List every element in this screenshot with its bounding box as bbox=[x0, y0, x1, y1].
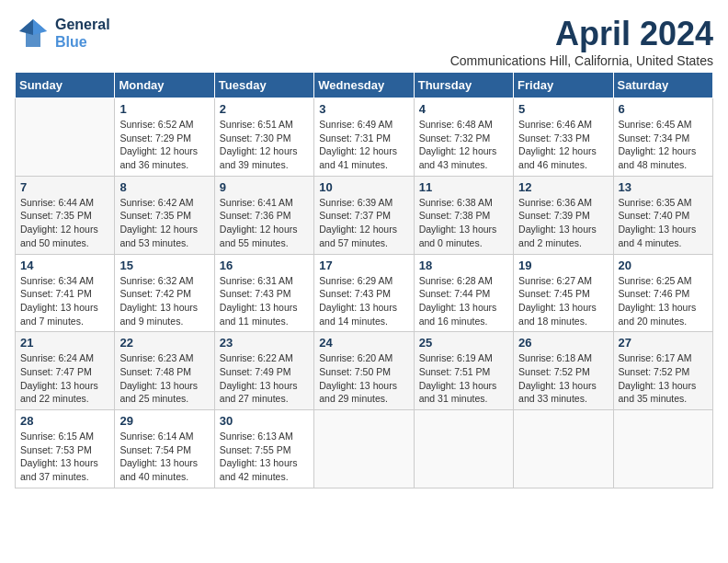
day-number: 28 bbox=[20, 414, 109, 428]
calendar-day-cell: 19Sunrise: 6:27 AMSunset: 7:45 PMDayligh… bbox=[514, 254, 613, 332]
location: Communications Hill, California, United … bbox=[450, 53, 713, 68]
empty-cell bbox=[514, 410, 613, 488]
day-info: Sunrise: 6:20 AMSunset: 7:50 PMDaylight:… bbox=[319, 351, 408, 406]
calendar-day-cell: 2Sunrise: 6:51 AMSunset: 7:30 PMDaylight… bbox=[214, 98, 313, 177]
day-number: 12 bbox=[518, 180, 608, 194]
day-number: 21 bbox=[20, 336, 109, 350]
calendar-day-cell: 15Sunrise: 6:32 AMSunset: 7:42 PMDayligh… bbox=[115, 254, 214, 332]
empty-cell bbox=[613, 410, 712, 488]
day-info: Sunrise: 6:52 AMSunset: 7:29 PMDaylight:… bbox=[119, 118, 209, 172]
calendar-week-row: 14Sunrise: 6:34 AMSunset: 7:41 PMDayligh… bbox=[16, 254, 713, 332]
page-header: General Blue April 2024 Communications H… bbox=[15, 15, 713, 68]
day-number: 26 bbox=[518, 336, 608, 350]
day-number: 1 bbox=[119, 102, 209, 116]
day-number: 7 bbox=[20, 180, 109, 194]
calendar-day-cell: 26Sunrise: 6:18 AMSunset: 7:52 PMDayligh… bbox=[514, 332, 613, 410]
day-info: Sunrise: 6:34 AMSunset: 7:41 PMDaylight:… bbox=[20, 274, 109, 328]
calendar-day-cell: 30Sunrise: 6:13 AMSunset: 7:55 PMDayligh… bbox=[214, 410, 313, 488]
calendar-day-cell: 13Sunrise: 6:35 AMSunset: 7:40 PMDayligh… bbox=[613, 176, 712, 254]
day-number: 25 bbox=[419, 336, 508, 350]
empty-cell bbox=[314, 410, 414, 488]
day-info: Sunrise: 6:36 AMSunset: 7:39 PMDaylight:… bbox=[518, 196, 608, 250]
calendar-week-row: 1Sunrise: 6:52 AMSunset: 7:29 PMDaylight… bbox=[16, 98, 713, 177]
logo: General Blue bbox=[15, 15, 110, 52]
weekday-header-sunday: Sunday bbox=[16, 73, 115, 98]
day-info: Sunrise: 6:42 AMSunset: 7:35 PMDaylight:… bbox=[119, 196, 209, 250]
calendar-day-cell: 18Sunrise: 6:28 AMSunset: 7:44 PMDayligh… bbox=[414, 254, 513, 332]
day-info: Sunrise: 6:46 AMSunset: 7:33 PMDaylight:… bbox=[518, 118, 608, 172]
calendar-day-cell: 6Sunrise: 6:45 AMSunset: 7:34 PMDaylight… bbox=[613, 98, 712, 177]
day-info: Sunrise: 6:45 AMSunset: 7:34 PMDaylight:… bbox=[619, 118, 708, 172]
calendar-day-cell: 3Sunrise: 6:49 AMSunset: 7:31 PMDaylight… bbox=[314, 98, 414, 177]
day-number: 8 bbox=[119, 180, 209, 194]
day-info: Sunrise: 6:23 AMSunset: 7:48 PMDaylight:… bbox=[119, 351, 209, 406]
day-info: Sunrise: 6:32 AMSunset: 7:42 PMDaylight:… bbox=[119, 274, 209, 328]
calendar-week-row: 28Sunrise: 6:15 AMSunset: 7:53 PMDayligh… bbox=[16, 410, 713, 488]
calendar-day-cell: 5Sunrise: 6:46 AMSunset: 7:33 PMDaylight… bbox=[514, 98, 613, 177]
logo-text-line1: General bbox=[55, 16, 110, 33]
calendar-day-cell: 28Sunrise: 6:15 AMSunset: 7:53 PMDayligh… bbox=[16, 410, 115, 488]
day-number: 9 bbox=[220, 180, 309, 194]
day-info: Sunrise: 6:49 AMSunset: 7:31 PMDaylight:… bbox=[319, 118, 408, 172]
title-block: April 2024 Communications Hill, Californ… bbox=[450, 15, 713, 68]
day-number: 24 bbox=[319, 336, 408, 350]
weekday-header-monday: Monday bbox=[115, 73, 214, 98]
svg-marker-1 bbox=[33, 19, 47, 35]
calendar-day-cell: 8Sunrise: 6:42 AMSunset: 7:35 PMDaylight… bbox=[115, 176, 214, 254]
weekday-header-saturday: Saturday bbox=[613, 73, 712, 98]
day-info: Sunrise: 6:13 AMSunset: 7:55 PMDaylight:… bbox=[220, 430, 309, 484]
calendar-day-cell: 22Sunrise: 6:23 AMSunset: 7:48 PMDayligh… bbox=[115, 332, 214, 410]
calendar-day-cell: 7Sunrise: 6:44 AMSunset: 7:35 PMDaylight… bbox=[16, 176, 115, 254]
day-number: 23 bbox=[220, 336, 309, 350]
logo-text-line2: Blue bbox=[55, 33, 110, 51]
day-info: Sunrise: 6:14 AMSunset: 7:54 PMDaylight:… bbox=[119, 430, 209, 484]
day-number: 16 bbox=[220, 259, 309, 272]
day-number: 15 bbox=[119, 259, 209, 272]
calendar-day-cell: 24Sunrise: 6:20 AMSunset: 7:50 PMDayligh… bbox=[314, 332, 414, 410]
calendar-day-cell: 1Sunrise: 6:52 AMSunset: 7:29 PMDaylight… bbox=[115, 98, 214, 177]
day-number: 5 bbox=[518, 102, 608, 116]
day-number: 10 bbox=[319, 180, 408, 194]
day-number: 20 bbox=[619, 259, 708, 272]
day-number: 17 bbox=[319, 259, 408, 272]
calendar-day-cell: 16Sunrise: 6:31 AMSunset: 7:43 PMDayligh… bbox=[214, 254, 313, 332]
calendar-table: SundayMondayTuesdayWednesdayThursdayFrid… bbox=[15, 72, 713, 488]
calendar-week-row: 21Sunrise: 6:24 AMSunset: 7:47 PMDayligh… bbox=[16, 332, 713, 410]
day-info: Sunrise: 6:48 AMSunset: 7:32 PMDaylight:… bbox=[419, 118, 508, 172]
weekday-header-thursday: Thursday bbox=[414, 73, 513, 98]
calendar-day-cell: 17Sunrise: 6:29 AMSunset: 7:43 PMDayligh… bbox=[314, 254, 414, 332]
day-number: 30 bbox=[220, 414, 309, 428]
day-info: Sunrise: 6:27 AMSunset: 7:45 PMDaylight:… bbox=[518, 274, 608, 328]
calendar-day-cell: 21Sunrise: 6:24 AMSunset: 7:47 PMDayligh… bbox=[16, 332, 115, 410]
day-info: Sunrise: 6:17 AMSunset: 7:52 PMDaylight:… bbox=[619, 351, 708, 406]
day-number: 29 bbox=[119, 414, 209, 428]
day-number: 3 bbox=[319, 102, 408, 116]
day-info: Sunrise: 6:31 AMSunset: 7:43 PMDaylight:… bbox=[220, 274, 309, 328]
calendar-day-cell: 23Sunrise: 6:22 AMSunset: 7:49 PMDayligh… bbox=[214, 332, 313, 410]
day-info: Sunrise: 6:38 AMSunset: 7:38 PMDaylight:… bbox=[419, 196, 508, 250]
calendar-day-cell: 20Sunrise: 6:25 AMSunset: 7:46 PMDayligh… bbox=[613, 254, 712, 332]
weekday-header-row: SundayMondayTuesdayWednesdayThursdayFrid… bbox=[16, 73, 713, 98]
calendar-day-cell: 11Sunrise: 6:38 AMSunset: 7:38 PMDayligh… bbox=[414, 176, 513, 254]
day-info: Sunrise: 6:29 AMSunset: 7:43 PMDaylight:… bbox=[319, 274, 408, 328]
calendar-day-cell: 10Sunrise: 6:39 AMSunset: 7:37 PMDayligh… bbox=[314, 176, 414, 254]
day-info: Sunrise: 6:28 AMSunset: 7:44 PMDaylight:… bbox=[419, 274, 508, 328]
day-info: Sunrise: 6:22 AMSunset: 7:49 PMDaylight:… bbox=[220, 351, 309, 406]
weekday-header-friday: Friday bbox=[514, 73, 613, 98]
day-number: 4 bbox=[419, 102, 508, 116]
day-number: 11 bbox=[419, 180, 508, 194]
day-info: Sunrise: 6:35 AMSunset: 7:40 PMDaylight:… bbox=[619, 196, 708, 250]
calendar-day-cell: 14Sunrise: 6:34 AMSunset: 7:41 PMDayligh… bbox=[16, 254, 115, 332]
day-info: Sunrise: 6:18 AMSunset: 7:52 PMDaylight:… bbox=[518, 351, 608, 406]
weekday-header-tuesday: Tuesday bbox=[214, 73, 313, 98]
calendar-day-cell: 9Sunrise: 6:41 AMSunset: 7:36 PMDaylight… bbox=[214, 176, 313, 254]
day-number: 14 bbox=[20, 259, 109, 272]
calendar-day-cell: 12Sunrise: 6:36 AMSunset: 7:39 PMDayligh… bbox=[514, 176, 613, 254]
day-info: Sunrise: 6:51 AMSunset: 7:30 PMDaylight:… bbox=[220, 118, 309, 172]
empty-cell bbox=[414, 410, 513, 488]
weekday-header-wednesday: Wednesday bbox=[314, 73, 414, 98]
day-info: Sunrise: 6:15 AMSunset: 7:53 PMDaylight:… bbox=[20, 430, 109, 484]
calendar-day-cell: 29Sunrise: 6:14 AMSunset: 7:54 PMDayligh… bbox=[115, 410, 214, 488]
day-number: 6 bbox=[619, 102, 708, 116]
day-number: 18 bbox=[419, 259, 508, 272]
